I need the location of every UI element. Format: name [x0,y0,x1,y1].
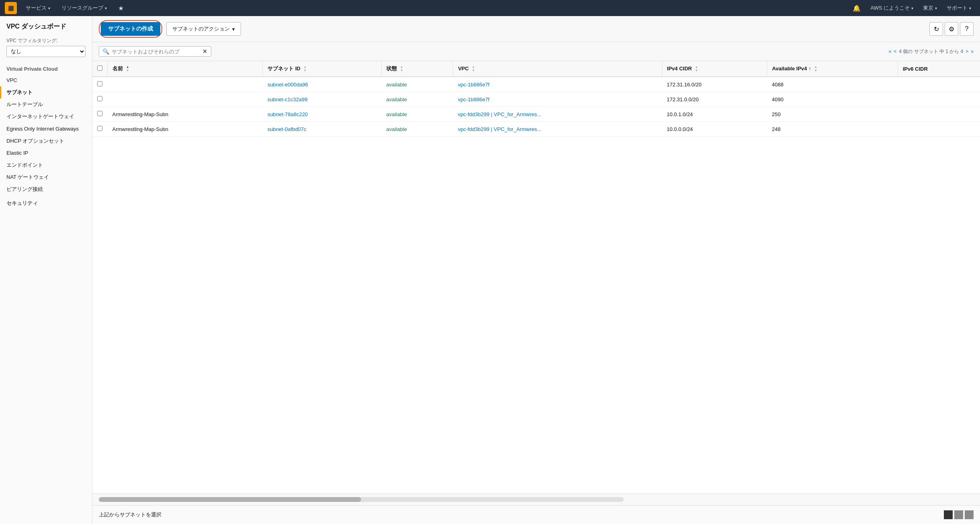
panel-view-icon-1[interactable] [944,510,953,519]
col-subnet-id[interactable]: サブネット ID ▲▼ [263,61,382,77]
col-available-ipv4[interactable]: Available IPv4 ↑ ▲▼ [767,61,898,77]
pagination-next[interactable]: > [966,49,968,54]
bottom-panel-view-icons [944,510,974,519]
col-vpc[interactable]: VPC ▲▼ [453,61,662,77]
row-ipv6-cidr-1 [898,92,980,107]
row-name-2: Armwrestling-Map-Subn [108,107,263,122]
aws-welcome-caret: ▾ [911,6,913,10]
row-name-1 [108,92,263,107]
toolbar: サブネットの作成 サブネットのアクション ▾ ↻ ⚙ ? [92,16,980,42]
aws-logo: ⬛ [5,2,17,14]
sidebar-item-peering[interactable]: ピアリング接続 [0,183,92,195]
row-checkbox-2 [92,107,108,122]
help-button[interactable]: ? [960,22,974,36]
pagination-last[interactable]: » [971,49,974,54]
row-ipv4-cidr-0: 172.31.16.0/20 [662,77,767,92]
table-row: Armwrestling-Map-Subn subnet-78a8c220 av… [92,107,980,122]
row-select-1[interactable] [97,96,102,101]
row-vpc-3[interactable]: vpc-fdd3b299 | VPC_for_Armwres... [453,122,662,137]
sidebar-item-nat[interactable]: NAT ゲートウェイ [0,171,92,183]
support-caret: ▾ [969,6,971,10]
row-name-0 [108,77,263,92]
table-row: subnet-c1c32a99 available vpc-1b886e7f 1… [92,92,980,107]
vpc-filter-wrapper: なし [0,46,92,62]
pagination-first[interactable]: « [889,49,892,54]
toolbar-icons: ↻ ⚙ ? [929,22,974,36]
bottom-panel-header: 上記からサブネットを選択 [92,506,980,524]
sidebar-dashboard-title: VPC ダッシュボード [0,16,92,34]
settings-button[interactable]: ⚙ [945,22,958,36]
row-select-0[interactable] [97,81,102,86]
resourcegroups-caret: ▾ [105,6,107,10]
select-all-checkbox-col [92,61,108,77]
search-clear-button[interactable]: ✕ [202,48,207,55]
pagination-info: « < 4 個の サブネット 中 1 から 4 > » [889,48,974,55]
row-vpc-1[interactable]: vpc-1b886e7f [453,92,662,107]
sidebar-item-vpc[interactable]: VPC [0,74,92,86]
panel-view-icon-2[interactable] [954,510,963,519]
bookmarks-icon[interactable]: ★ [114,0,128,16]
search-input[interactable] [112,49,200,55]
resourcegroups-menu[interactable]: リソースグループ ▾ [57,0,111,16]
refresh-button[interactable]: ↻ [929,22,943,36]
row-subnet-id-3[interactable]: subnet-0afbd07c [263,122,382,137]
services-menu[interactable]: サービス ▾ [22,0,54,16]
row-ipv4-cidr-3: 10.0.0.0/24 [662,122,767,137]
scrollbar-track[interactable] [99,497,624,502]
table-body: subnet-e000da96 available vpc-1b886e7f 1… [92,77,980,137]
row-state-3: available [382,122,453,137]
row-ipv6-cidr-2 [898,107,980,122]
subnet-action-button[interactable]: サブネットのアクション ▾ [166,22,241,36]
sidebar-item-route-tables[interactable]: ルートテーブル [0,98,92,111]
bottom-panel-prompt: 上記からサブネットを選択 [99,511,161,518]
pagination-prev[interactable]: < [894,49,896,54]
col-name[interactable]: 名前 ▲▼ [108,61,263,77]
col-ipv4-cidr[interactable]: IPv4 CIDR ▲▼ [662,61,767,77]
row-name-3: Armwrestling-Map-Subn [108,122,263,137]
select-all-checkbox[interactable] [97,66,102,71]
row-select-2[interactable] [97,111,102,116]
action-dropdown-caret: ▾ [232,26,235,32]
support-menu[interactable]: サポート ▾ [943,0,975,16]
row-ipv6-cidr-3 [898,122,980,137]
row-checkbox-3 [92,122,108,137]
row-select-3[interactable] [97,126,102,131]
bottom-panel: 上記からサブネットを選択 [92,505,980,524]
scrollbar-thumb[interactable] [99,497,361,502]
main-content: サブネットの作成 サブネットのアクション ▾ ↻ ⚙ ? 🔍 ✕ « < [92,16,980,524]
services-caret: ▾ [48,6,50,10]
sidebar-item-endpoints[interactable]: エンドポイント [0,159,92,171]
sidebar-item-internet-gateway[interactable]: インターネットゲートウェイ [0,111,92,123]
sidebar: VPC ダッシュボード VPC でフィルタリング: なし Virtual Pri… [0,16,92,524]
sidebar-item-subnets[interactable]: サブネット [0,86,92,98]
row-vpc-0[interactable]: vpc-1b886e7f [453,77,662,92]
row-ipv4-cidr-2: 10.0.1.0/24 [662,107,767,122]
horizontal-scroll-area [92,493,980,505]
sidebar-group-vpc: Virtual Private Cloud [0,62,92,74]
col-state[interactable]: 状態 ▲▼ [382,61,453,77]
vpc-filter-select[interactable]: なし [6,46,86,57]
row-available-ipv4-1: 4090 [767,92,898,107]
row-state-1: available [382,92,453,107]
row-available-ipv4-0: 4088 [767,77,898,92]
create-button-highlight: サブネットの作成 [99,20,162,38]
row-subnet-id-2[interactable]: subnet-78a8c220 [263,107,382,122]
sidebar-filter-label: VPC でフィルタリング: [0,34,92,46]
table-header-row: 名前 ▲▼ サブネット ID ▲▼ 状態 ▲▼ VPC [92,61,980,77]
col-ipv6-cidr[interactable]: IPv6 CIDR [898,61,980,77]
sidebar-item-egress-gateways[interactable]: Egress Only Internet Gateways [0,123,92,135]
subnets-table: 名前 ▲▼ サブネット ID ▲▼ 状態 ▲▼ VPC [92,61,980,137]
row-subnet-id-0[interactable]: subnet-e000da96 [263,77,382,92]
sidebar-item-elastic-ip[interactable]: Elastic IP [0,147,92,159]
notifications-icon[interactable]: 🔔 [849,4,865,12]
panel-view-icon-3[interactable] [965,510,974,519]
row-subnet-id-1[interactable]: subnet-c1c32a99 [263,92,382,107]
row-checkbox-0 [92,77,108,92]
region-menu[interactable]: 東京 ▾ [919,0,941,16]
create-subnet-button[interactable]: サブネットの作成 [101,22,160,36]
sidebar-item-dhcp[interactable]: DHCP オプションセット [0,135,92,147]
row-ipv6-cidr-0 [898,77,980,92]
row-vpc-2[interactable]: vpc-fdd3b299 | VPC_for_Armwres... [453,107,662,122]
row-available-ipv4-3: 248 [767,122,898,137]
aws-welcome-menu[interactable]: AWS にようこそ ▾ [866,0,917,16]
